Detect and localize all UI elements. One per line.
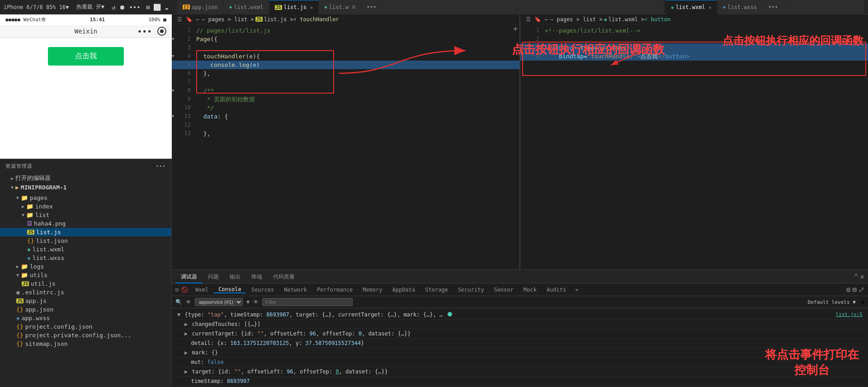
expand-arrow-1[interactable]: ▼ bbox=[177, 311, 180, 318]
phone-button[interactable]: 点击我 bbox=[48, 47, 124, 66]
collapse-10[interactable] bbox=[172, 104, 178, 112]
tree-item-eslintrc[interactable]: ● .eslintrc.js bbox=[0, 288, 171, 297]
console-eye-btn[interactable]: 👁 bbox=[253, 299, 259, 305]
panel-close-icon[interactable]: ✕ bbox=[860, 272, 864, 281]
tree-item-logs[interactable]: ▶ 📁 logs bbox=[0, 262, 171, 271]
tree-item-list-wxss[interactable]: ◈ list.wxss bbox=[0, 254, 171, 262]
rcollapse-3[interactable] bbox=[520, 43, 527, 52]
collapse-1[interactable] bbox=[172, 26, 178, 35]
split-icon[interactable]: ⬜ bbox=[153, 4, 161, 11]
expand-arrow-7[interactable]: ▶ bbox=[184, 368, 188, 375]
debug-tab-代码质量[interactable]: 代码质量 bbox=[268, 270, 300, 283]
tree-item-list-json[interactable]: {} list.json bbox=[0, 236, 171, 245]
tab-wxml[interactable]: Wxml bbox=[191, 287, 213, 293]
tab-memory[interactable]: Memory bbox=[358, 287, 387, 293]
tree-item-project-private[interactable]: {} project.private.config.json... bbox=[0, 331, 171, 340]
console-expand-icon[interactable]: ⤢ bbox=[859, 285, 864, 294]
tab-more-right[interactable]: ••• bbox=[763, 0, 784, 14]
tab-sources[interactable]: Sources bbox=[247, 287, 279, 293]
debug-tab-调试器[interactable]: 调试器 bbox=[175, 270, 203, 283]
cloud-icon[interactable]: ☁ bbox=[165, 4, 168, 11]
tree-item-list[interactable]: ▼ 📁 list bbox=[0, 211, 171, 219]
tab-performance[interactable]: Performance bbox=[312, 287, 357, 293]
default-levels-btn[interactable]: Default levels ▼ bbox=[808, 299, 856, 305]
console-settings-btn[interactable]: ⚙ bbox=[861, 299, 864, 305]
tab-audits[interactable]: Audits bbox=[542, 287, 571, 293]
open-editors-section[interactable]: ▶ 打开的编辑器 bbox=[0, 173, 171, 183]
more-icon[interactable]: ••• bbox=[129, 4, 140, 11]
tree-item-app-js[interactable]: JS app.js bbox=[0, 297, 171, 305]
tab-network[interactable]: Network bbox=[279, 287, 311, 293]
phone-camera-icon[interactable] bbox=[157, 27, 166, 36]
tree-item-app-wxss[interactable]: ◈ app.wxss bbox=[0, 314, 171, 322]
tree-item-index[interactable]: ▶ 📁 index bbox=[0, 202, 171, 211]
console-eye-icon[interactable]: 👁 bbox=[186, 299, 191, 305]
console-filter-input[interactable] bbox=[262, 298, 353, 306]
tree-item-sitemap[interactable]: {} sitemap.json bbox=[0, 340, 171, 348]
tab-storage[interactable]: Storage bbox=[420, 287, 453, 293]
tab-more-console[interactable]: » bbox=[571, 287, 582, 293]
tab-close-icon[interactable]: ✕ bbox=[310, 5, 313, 10]
collapse-13[interactable] bbox=[172, 129, 178, 138]
console-clear-icon[interactable]: 🚫 bbox=[181, 287, 188, 293]
play-icon[interactable]: ⏺ bbox=[119, 4, 125, 11]
tab-sensor[interactable]: Sensor bbox=[490, 287, 518, 293]
console-dropdown-arrow[interactable]: ▼ bbox=[246, 299, 250, 305]
tab-list-w[interactable]: ◈ list.w ⊡ bbox=[319, 0, 361, 14]
panel-collapse-icon[interactable]: ⌃ bbox=[854, 272, 859, 281]
console-tab-icon[interactable]: ⊡ bbox=[175, 287, 179, 293]
tab-more[interactable]: ••• bbox=[361, 0, 382, 14]
breadcrumb-right-arrow[interactable]: → bbox=[201, 16, 204, 23]
collapse-8[interactable]: ▼ bbox=[172, 86, 178, 95]
debug-tab-终端[interactable]: 终端 bbox=[246, 270, 268, 283]
log-file-link-1[interactable]: list.js:5 bbox=[835, 311, 863, 319]
tree-item-util-js[interactable]: JS util.js bbox=[0, 279, 171, 288]
expand-arrow-2[interactable]: ▶ bbox=[184, 321, 188, 327]
expand-arrow-5[interactable]: ▶ bbox=[184, 349, 188, 356]
tab-list-wxml-right[interactable]: ◈ list.wxml ✕ bbox=[665, 0, 717, 14]
tab-security[interactable]: Security bbox=[453, 287, 489, 293]
collapse-4[interactable]: ▼ bbox=[172, 52, 178, 61]
collapse-2[interactable]: ▼ bbox=[172, 35, 178, 43]
tab-list-wxss-right[interactable]: ◈ list.wxss bbox=[717, 0, 763, 14]
rotate-icon[interactable]: ↺ bbox=[112, 4, 115, 11]
collapse-3[interactable] bbox=[172, 43, 178, 52]
tree-item-haha4[interactable]: 🖼 haha4.png bbox=[0, 219, 171, 228]
collapse-7[interactable] bbox=[172, 78, 178, 86]
tree-item-project-config[interactable]: {} project.config.json bbox=[0, 322, 171, 331]
hot-reload-label[interactable]: 热重载 开▼ bbox=[76, 3, 104, 11]
console-settings-icon[interactable]: ⚙ bbox=[846, 285, 851, 294]
breadcrumb-left-arrow-r[interactable]: ← bbox=[545, 16, 548, 23]
console-layout-icon[interactable]: ⊞ bbox=[852, 285, 857, 294]
sidebar-more-icon[interactable]: ••• bbox=[156, 163, 166, 169]
tree-item-utils[interactable]: ▼ 📁 utils bbox=[0, 271, 171, 279]
tab-app-json[interactable]: {} app.json bbox=[177, 0, 224, 14]
add-line-btn[interactable]: + bbox=[513, 24, 518, 33]
breadcrumb-left-arrow[interactable]: ← bbox=[196, 16, 199, 23]
appservice-select[interactable]: appservice (#1) bbox=[195, 298, 243, 306]
rcollapse-2[interactable] bbox=[520, 35, 527, 43]
tab-list-wxml[interactable]: ◈ list.wxml bbox=[224, 0, 269, 14]
tab-close-icon-r[interactable]: ✕ bbox=[709, 5, 712, 10]
collapse-9[interactable] bbox=[172, 95, 178, 104]
phone-dots-btn[interactable]: ••• bbox=[137, 27, 152, 36]
tree-item-list-wxml[interactable]: ◈ list.wxml bbox=[0, 245, 171, 254]
console-filter-icon[interactable]: 🔍 bbox=[175, 299, 182, 305]
tab-appdata[interactable]: AppData bbox=[388, 287, 420, 293]
tab-console[interactable]: Console bbox=[214, 286, 246, 293]
tree-item-app-json[interactable]: {} app.json bbox=[0, 305, 171, 314]
rcollapse-1[interactable] bbox=[520, 26, 527, 35]
rcollapse-4[interactable] bbox=[520, 52, 527, 61]
tab-mock[interactable]: Mock bbox=[519, 287, 541, 293]
breadcrumb-bookmark-icon-r[interactable]: 🔖 bbox=[534, 16, 541, 23]
collapse-12[interactable] bbox=[172, 121, 178, 129]
tree-item-list-js[interactable]: JS list.js bbox=[0, 228, 171, 236]
breadcrumb-nav-icon-r[interactable]: ☰ bbox=[526, 16, 531, 23]
breadcrumb-bookmark-icon[interactable]: 🔖 bbox=[186, 16, 193, 23]
tree-item-pages[interactable]: ▼ 📁 pages bbox=[0, 194, 171, 202]
breadcrumb-right-arrow-r[interactable]: → bbox=[550, 16, 553, 23]
collapse-6[interactable] bbox=[172, 69, 178, 78]
expand-arrow-3[interactable]: ▶ bbox=[184, 330, 188, 337]
breadcrumb-nav-icon[interactable]: ☰ bbox=[177, 16, 182, 23]
collapse-5[interactable] bbox=[172, 61, 178, 69]
